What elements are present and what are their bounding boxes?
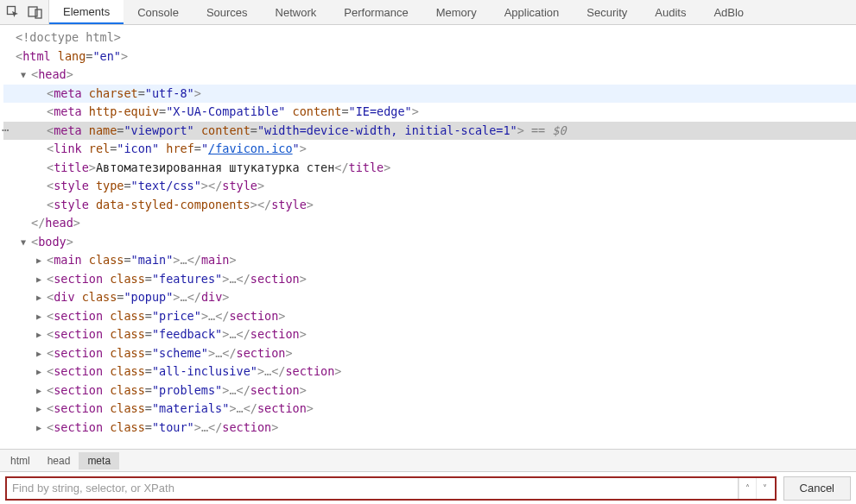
dom-node-section-price[interactable]: <section class="price">…</section> (3, 307, 856, 326)
dom-node-section-feedback[interactable]: <section class="feedback">…</section> (3, 325, 856, 344)
dom-node-title[interactable]: <title>Автоматезированная штукатурка сте… (3, 159, 856, 178)
find-bar: ˄ ˅ Cancel (0, 471, 856, 504)
dom-node-head-close[interactable]: </head> (3, 214, 856, 233)
expand-toggle-icon[interactable] (33, 325, 45, 344)
dom-node-section-materials[interactable]: <section class="materials">…</section> (3, 400, 856, 419)
devtools-tabs: Elements Console Sources Network Perform… (49, 0, 758, 24)
dom-node-meta-xua[interactable]: <meta http-equiv="X-UA-Compatible" conte… (3, 103, 856, 122)
dom-node-main[interactable]: <main class="main">…</main> (3, 251, 856, 270)
chevron-down-icon: ˅ (763, 483, 767, 493)
expand-toggle-icon[interactable] (17, 66, 29, 85)
find-cancel-button[interactable]: Cancel (783, 476, 851, 501)
dom-node-doctype[interactable]: <!doctype html> (3, 28, 856, 47)
dom-node-style-textcss[interactable]: <style type="text/css"></style> (3, 177, 856, 196)
expand-toggle-icon[interactable] (33, 251, 45, 270)
tab-memory[interactable]: Memory (422, 0, 491, 24)
crumb-head[interactable]: head (39, 452, 79, 469)
dom-node-section-tour[interactable]: <section class="tour">…</section> (3, 419, 856, 438)
dom-node-meta-charset[interactable]: <meta charset="utf-8"> (3, 85, 856, 104)
dom-node-div-popup[interactable]: <div class="popup">…</div> (3, 288, 856, 307)
dom-node-section-features[interactable]: <section class="features">…</section> (3, 270, 856, 289)
find-prev-button[interactable]: ˄ (739, 478, 756, 499)
devtools-toolbar: Elements Console Sources Network Perform… (0, 0, 856, 25)
expand-toggle-icon[interactable] (33, 344, 45, 363)
dom-node-section-all-inclusive[interactable]: <section class="all-inclusive">…</sectio… (3, 362, 856, 381)
dom-node-section-problems[interactable]: <section class="problems">…</section> (3, 381, 856, 400)
expand-toggle-icon[interactable] (33, 419, 45, 438)
expand-toggle-icon[interactable] (33, 362, 45, 381)
expand-toggle-icon[interactable] (17, 233, 29, 252)
dom-node-section-scheme[interactable]: <section class="scheme">…</section> (3, 344, 856, 363)
expand-toggle-icon[interactable] (33, 400, 45, 419)
dom-node-html[interactable]: <html lang="en"> (3, 47, 856, 66)
tab-network[interactable]: Network (262, 0, 331, 24)
crumb-meta[interactable]: meta (79, 452, 119, 469)
device-toolbar-icon[interactable] (28, 4, 43, 20)
tab-audits[interactable]: Audits (641, 0, 700, 24)
tab-adblock[interactable]: AdBlo (700, 0, 758, 24)
dom-node-head[interactable]: <head> (3, 66, 856, 85)
find-stepper: ˄ ˅ (738, 478, 773, 499)
expand-toggle-icon[interactable] (33, 307, 45, 326)
toolbar-icon-group (0, 0, 49, 24)
chevron-up-icon: ˄ (745, 483, 750, 493)
find-next-button[interactable]: ˅ (756, 478, 773, 499)
tab-security[interactable]: Security (573, 0, 641, 24)
tab-sources[interactable]: Sources (193, 0, 262, 24)
dom-node-meta-viewport[interactable]: <meta name="viewport" content="width=dev… (3, 122, 856, 141)
find-input[interactable] (12, 482, 738, 495)
dom-breadcrumb: html head meta (0, 449, 856, 471)
expand-toggle-icon[interactable] (33, 270, 45, 289)
tab-application[interactable]: Application (491, 0, 574, 24)
dom-node-link-favicon[interactable]: <link rel="icon" href="/favicon.ico"> (3, 140, 856, 159)
inspect-element-icon[interactable] (5, 4, 21, 20)
crumb-html[interactable]: html (2, 452, 39, 469)
tab-elements[interactable]: Elements (49, 0, 124, 24)
tab-performance[interactable]: Performance (330, 0, 422, 24)
dom-tree-panel[interactable]: <!doctype html> <html lang="en"> <head> … (0, 25, 856, 449)
dom-node-body[interactable]: <body> (3, 233, 856, 252)
find-input-box: ˄ ˅ (5, 476, 777, 501)
expand-toggle-icon[interactable] (33, 288, 45, 307)
dom-node-style-styled[interactable]: <style data-styled-components></style> (3, 196, 856, 215)
favicon-href-link[interactable]: /favicon.ico (208, 142, 293, 155)
tab-console[interactable]: Console (124, 0, 193, 24)
expand-toggle-icon[interactable] (33, 381, 45, 400)
